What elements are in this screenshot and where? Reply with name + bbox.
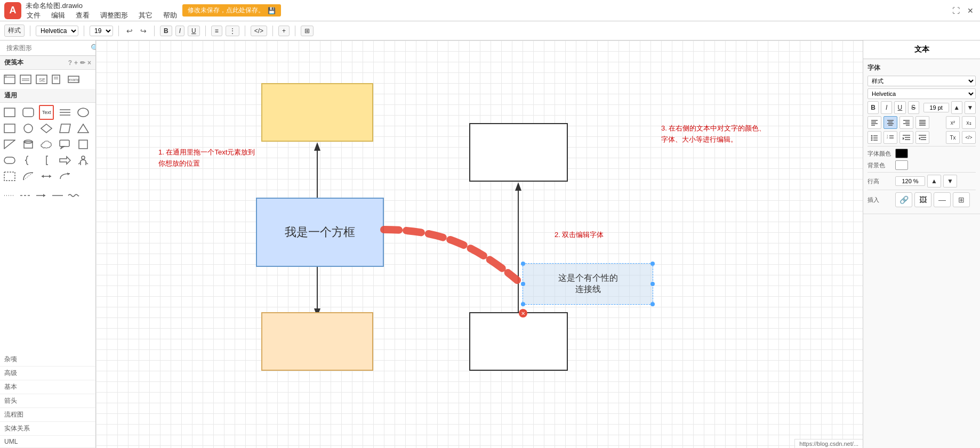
rp-font-select[interactable]: Helvetica Arial Times New Roman: [867, 88, 976, 99]
shape-triangle[interactable]: [76, 121, 91, 136]
shape-curved-arrow[interactable]: [58, 169, 73, 184]
section-add-icon[interactable]: +: [74, 59, 78, 67]
rp-indent-out[interactable]: [915, 131, 929, 144]
shape-right-rect-top[interactable]: [469, 123, 568, 182]
shape-line-arrow[interactable]: [34, 188, 49, 203]
underline-button[interactable]: U: [188, 26, 200, 36]
shape-arc[interactable]: [21, 169, 36, 184]
dashed-red-arrow[interactable]: [96, 40, 863, 448]
shape-rect[interactable]: [2, 105, 17, 120]
shape-right-rect-bottom[interactable]: [469, 312, 568, 371]
rp-superscript[interactable]: x²: [946, 116, 960, 129]
menu-view[interactable]: 查看: [75, 11, 91, 20]
bg-color-box[interactable]: [895, 160, 908, 170]
undo-button[interactable]: ↩: [124, 26, 135, 36]
menu-adjustshape[interactable]: 调整图形: [99, 11, 129, 20]
section-header-notepad[interactable]: 便笺本 ? + ✏ ×: [0, 56, 95, 70]
shape-bidirectional-arrow[interactable]: [39, 169, 54, 184]
line-height-up[interactable]: ▲: [927, 175, 941, 188]
shape-ellipse[interactable]: [76, 105, 91, 120]
rp-subscript[interactable]: x₂: [962, 116, 976, 129]
menu-edit[interactable]: 编辑: [50, 11, 66, 20]
shape-round-rect[interactable]: [21, 105, 36, 120]
shape-curved-rect[interactable]: [2, 153, 17, 168]
fullscreen-button[interactable]: ⛶: [950, 5, 962, 16]
section-arrows[interactable]: 箭头: [0, 394, 95, 408]
rp-size-down[interactable]: ▼: [965, 101, 976, 114]
section-basic[interactable]: 基本: [0, 380, 95, 394]
shape-line-wave[interactable]: [66, 188, 81, 203]
insert-image-button[interactable]: 🖼: [914, 192, 931, 207]
resize-handle-tr[interactable]: [650, 262, 655, 266]
menu-other[interactable]: 其它: [138, 11, 154, 20]
resize-handle-ml[interactable]: [521, 282, 525, 286]
style-button[interactable]: 样式: [4, 25, 25, 37]
insert-link-button[interactable]: 🔗: [895, 192, 912, 207]
shape-rect2[interactable]: [2, 121, 17, 136]
section-edit-icon[interactable]: ✏: [80, 59, 85, 67]
shape-text[interactable]: Text: [39, 105, 54, 120]
section-header-general[interactable]: 通用: [0, 89, 95, 103]
bold-button[interactable]: B: [160, 26, 172, 36]
rp-align-right[interactable]: [899, 116, 913, 129]
shape-bracket[interactable]: [39, 153, 54, 168]
delete-handle[interactable]: ✕: [519, 309, 527, 317]
close-button[interactable]: ✕: [965, 5, 976, 16]
shape-line-dash[interactable]: [18, 188, 33, 203]
shape-arrow-shape[interactable]: [58, 153, 73, 168]
line-height-input[interactable]: [895, 176, 925, 186]
resize-handle-mr[interactable]: [650, 282, 655, 286]
shape-item[interactable]: SE: [34, 72, 49, 87]
redo-button[interactable]: ↪: [138, 26, 149, 36]
font-size-select[interactable]: 19 12 14 16 24: [90, 26, 113, 36]
rp-align-left[interactable]: [867, 116, 881, 129]
code-button[interactable]: </>: [251, 26, 267, 36]
italic-button[interactable]: I: [175, 26, 184, 36]
shape-cloud[interactable]: [39, 137, 54, 152]
rp-italic-button[interactable]: I: [881, 101, 892, 114]
rp-size-up[interactable]: ▲: [951, 101, 962, 114]
line-height-down[interactable]: ▼: [943, 175, 957, 188]
plus-button[interactable]: +: [278, 26, 290, 36]
section-close-icon[interactable]: ×: [87, 59, 91, 67]
section-advanced[interactable]: 高级: [0, 366, 95, 380]
shape-person[interactable]: [76, 153, 91, 168]
shape-callout[interactable]: [58, 137, 73, 152]
insert-hr-button[interactable]: —: [934, 192, 951, 207]
section-flowchart[interactable]: 流程图: [0, 408, 95, 422]
rp-list-number[interactable]: 1.2.: [883, 131, 897, 144]
section-entity[interactable]: 实体关系: [0, 422, 95, 436]
shape-lines[interactable]: [58, 105, 73, 120]
shape-brace[interactable]: [21, 153, 36, 168]
shape-circle[interactable]: [21, 121, 36, 136]
font-color-box[interactable]: [895, 149, 908, 158]
shape-orange-rect-bottom[interactable]: [261, 312, 373, 371]
rp-align-justify[interactable]: [915, 116, 929, 129]
resize-handle-tl[interactable]: [521, 262, 525, 266]
section-help-icon[interactable]: ?: [68, 59, 72, 67]
shape-right-tri[interactable]: [2, 137, 17, 152]
save-banner[interactable]: 修改未保存，点此处保存。 💾: [182, 4, 281, 17]
resize-handle-bl[interactable]: [521, 302, 525, 306]
menu-help[interactable]: 帮助: [162, 11, 178, 20]
insert-table-button[interactable]: ⊞: [953, 192, 970, 207]
shape-item[interactable]: example: [66, 72, 81, 87]
shape-parallelogram[interactable]: [58, 121, 73, 136]
resize-handle-br[interactable]: [650, 302, 655, 306]
rp-indent-in[interactable]: [899, 131, 913, 144]
section-uml[interactable]: UML: [0, 436, 95, 448]
rp-list-bullet[interactable]: [867, 131, 881, 144]
shape-line-plain[interactable]: [50, 188, 65, 203]
shape-yellow-rect-top[interactable]: [261, 83, 373, 142]
rp-bold-button[interactable]: B: [867, 101, 879, 114]
align-button[interactable]: ≡: [211, 26, 222, 36]
canvas-area[interactable]: 我是一个方框 这是个有: [96, 40, 863, 448]
selected-textbox[interactable]: 这是个有个性的 连接线: [523, 263, 653, 305]
shape-diamond[interactable]: [39, 121, 54, 136]
shape-blue-rect[interactable]: 我是一个方框: [256, 198, 384, 267]
search-input[interactable]: [4, 44, 89, 52]
rp-strikethrough-button[interactable]: S: [908, 101, 919, 114]
rp-size-input[interactable]: [923, 103, 949, 112]
shape-cylinder[interactable]: [21, 137, 36, 152]
shape-partial-rect[interactable]: [2, 169, 17, 184]
